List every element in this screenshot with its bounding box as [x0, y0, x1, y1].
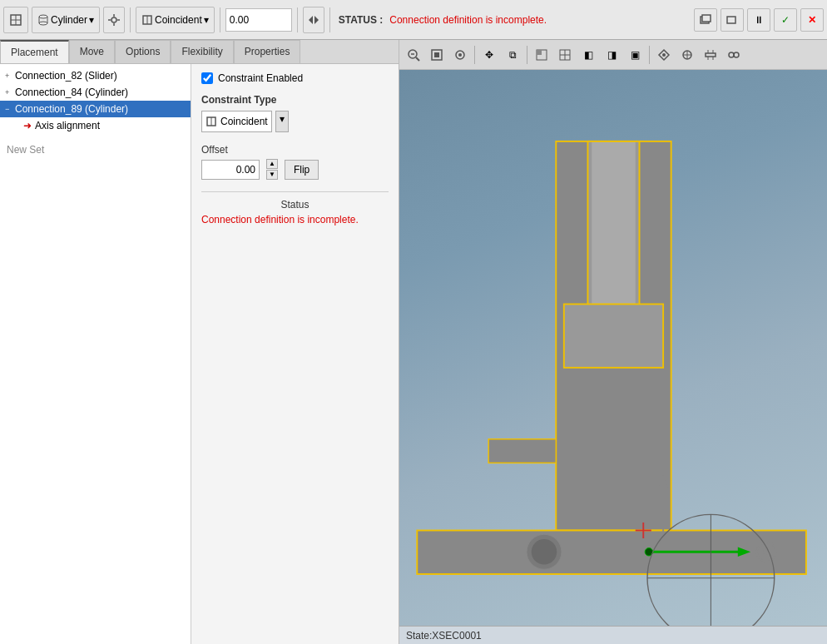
zoom-region-btn[interactable]: [449, 44, 471, 66]
coincident-icon: [206, 116, 217, 127]
render1-icon: [535, 48, 548, 62]
svg-line-21: [416, 57, 419, 61]
offset-input-top[interactable]: [225, 8, 292, 32]
tool1-btn[interactable]: [653, 44, 675, 66]
render2-btn[interactable]: [554, 44, 576, 66]
constraint-panel: Constraint Enabled Constraint Type Coinc…: [191, 64, 399, 644]
restore-icon: [700, 14, 711, 26]
main-area: Placement Move Options Flexibility Prope…: [0, 40, 827, 644]
restore-btn[interactable]: [694, 8, 717, 32]
conn89-label: Connection_89 (Cylinder): [15, 103, 128, 115]
tab-options[interactable]: Options: [115, 40, 171, 63]
constraint-type-dropdown[interactable]: Coincident: [201, 111, 272, 132]
tab-properties[interactable]: Properties: [234, 40, 301, 63]
layer-btn[interactable]: ⧉: [502, 44, 523, 66]
icon-toolbar: ✥ ⧉ ◧ ◨ ▣: [399, 40, 827, 70]
pause-btn[interactable]: ⏸: [747, 8, 770, 32]
tree-item-conn84[interactable]: + Connection_84 (Cylinder): [0, 84, 191, 101]
tree-item-conn89[interactable]: − Connection_89 (Cylinder): [0, 101, 191, 117]
tab-move[interactable]: Move: [69, 40, 115, 63]
svg-point-6: [39, 22, 47, 25]
status-message: Connection definition is incomplete.: [389, 14, 547, 26]
top-toolbar: Cylinder ▾ Coincident ▾ STATUS :: [0, 0, 827, 40]
minimize-icon: [726, 14, 738, 26]
zoom-out-btn[interactable]: [403, 44, 424, 66]
component-icon: [7, 12, 24, 28]
flip-icon: [307, 13, 320, 27]
icon-sep2: [527, 46, 527, 64]
new-set-label: New Set: [7, 144, 44, 156]
coincident-icon-top: [141, 14, 153, 26]
cylinder-dropdown[interactable]: Cylinder ▾: [32, 7, 100, 33]
check-icon: ✓: [781, 14, 790, 26]
flip-button[interactable]: Flip: [285, 160, 319, 180]
status-label: STATUS :: [339, 14, 384, 26]
render5-btn[interactable]: ▣: [624, 44, 646, 66]
tab-flexibility[interactable]: Flexibility: [171, 40, 233, 63]
render2-icon: [558, 48, 572, 62]
svg-rect-27: [537, 50, 542, 55]
sep4: [329, 7, 330, 32]
status-bar: State:XSEC0001: [399, 626, 827, 644]
tool2-btn[interactable]: [676, 44, 698, 66]
constraint-enabled-label: Constraint Enabled: [218, 72, 303, 84]
svg-point-37: [734, 52, 739, 57]
conn82-label: Connection_82 (Slider): [15, 70, 117, 82]
panel-content: + Connection_82 (Slider) + Connection_84…: [0, 64, 399, 644]
zoom-out-icon: [407, 48, 420, 62]
offset-row: ▲ ▼ Flip: [201, 159, 389, 180]
constraint-type-dropdown-top[interactable]: Coincident ▾: [136, 7, 215, 33]
constraint-type-row: Coincident ▾: [201, 111, 389, 132]
tool4-icon: [727, 48, 740, 62]
render4-btn[interactable]: ◨: [601, 44, 622, 66]
status-error-text: Connection definition is incomplete.: [201, 214, 389, 225]
new-set-area: New Set: [0, 134, 191, 166]
svg-point-7: [111, 17, 116, 22]
expand-conn89[interactable]: −: [5, 105, 15, 113]
component-icon-btn[interactable]: [3, 7, 28, 33]
dropdown-arrow: ▾: [89, 14, 94, 26]
cylinder-icon: [37, 14, 49, 26]
svg-point-36: [729, 52, 734, 57]
svg-rect-42: [592, 141, 635, 316]
zoom-fit-btn[interactable]: [426, 44, 448, 66]
render3-btn[interactable]: ◧: [577, 44, 599, 66]
offset-label: Offset: [201, 144, 389, 156]
tool3-btn[interactable]: [700, 44, 721, 66]
offset-section: Offset ▲ ▼ Flip: [201, 144, 389, 180]
tree-item-conn82[interactable]: + Connection_82 (Slider): [0, 67, 191, 84]
expand-conn84[interactable]: +: [5, 88, 15, 97]
icon-sep1: [474, 46, 475, 64]
divider1: [201, 191, 389, 192]
svg-point-3: [39, 15, 47, 18]
offset-spinner[interactable]: ▲ ▼: [266, 159, 278, 180]
tool3-icon: [704, 48, 717, 62]
minimize-btn[interactable]: [721, 8, 744, 32]
render1-btn[interactable]: [531, 44, 552, 66]
tree-area: + Connection_82 (Slider) + Connection_84…: [0, 64, 191, 644]
axis-label: Axis alignment: [35, 120, 100, 131]
tab-bar: Placement Move Options Flexibility Prope…: [0, 40, 399, 64]
svg-rect-15: [702, 15, 711, 22]
accept-btn[interactable]: ✓: [774, 8, 797, 32]
svg-rect-35: [706, 53, 716, 57]
close-icon: ✕: [808, 14, 816, 26]
viewport-content[interactable]: [399, 70, 827, 626]
settings-small-btn[interactable]: [103, 7, 125, 33]
expand-conn82[interactable]: +: [5, 72, 15, 80]
tab-placement[interactable]: Placement: [0, 40, 69, 63]
constraint-enabled-row: Constraint Enabled: [201, 72, 389, 84]
flip-icon-btn[interactable]: [303, 7, 324, 33]
close-btn[interactable]: ✕: [800, 8, 824, 32]
tool4-btn[interactable]: [723, 44, 745, 66]
constraint-enabled-checkbox[interactable]: [201, 72, 213, 84]
constraint-type-arrow[interactable]: ▾: [275, 111, 289, 132]
tree-item-axis[interactable]: ➜ Axis alignment: [0, 117, 191, 134]
pan-btn[interactable]: ✥: [478, 44, 500, 66]
svg-point-25: [458, 53, 462, 57]
sep1: [130, 7, 131, 32]
offset-input[interactable]: [201, 160, 260, 180]
state-label: State:XSEC0001: [406, 630, 482, 642]
sep2: [220, 7, 220, 32]
constraint-dropdown-arrow-top: ▾: [204, 14, 209, 26]
